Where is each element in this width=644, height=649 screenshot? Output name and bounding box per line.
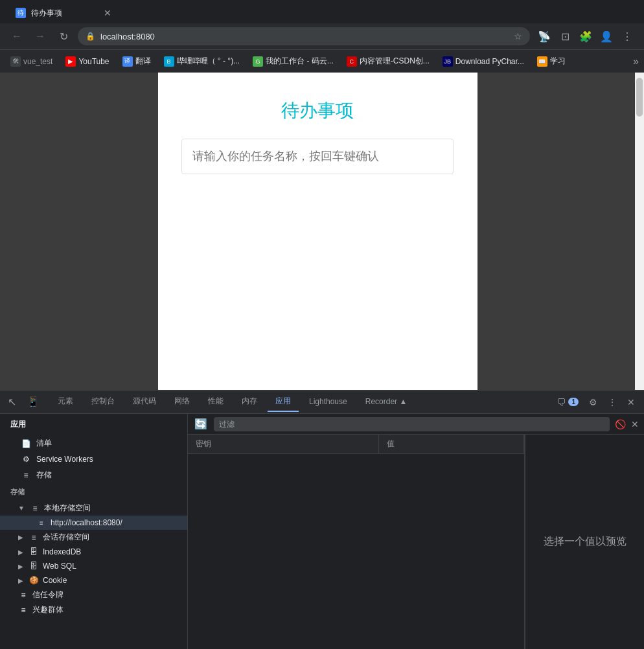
bookmark-youtube-icon: ▶ [65, 56, 76, 67]
viewport-scrollbar[interactable] [635, 73, 644, 390]
todo-title: 待办事项 [281, 98, 354, 123]
screenshot-button[interactable]: ⊡ [556, 27, 574, 45]
preview-area: 选择一个值以预览 [525, 435, 644, 649]
sidebar-local-storage-group[interactable]: ▼ ≡ 本地存储空间 [0, 501, 187, 516]
storage-overview-icon: ≡ [21, 470, 31, 481]
tab-performance[interactable]: 性能 [200, 392, 231, 412]
sidebar-item-storage-label: 存储 [36, 470, 52, 481]
bookmark-csdn-label: 内容管理-CSDN创... [360, 56, 430, 67]
indexeddb-icon: 🗄 [29, 547, 39, 557]
bookmark-devtools[interactable]: 🛠 vue_test [5, 54, 58, 69]
devtools-more-btn[interactable]: ⋮ [604, 394, 621, 410]
navigation-bar: ← → ↻ 🔒 localhost:8080 ☆ 📡 ⊡ 🧩 👤 ⋮ [0, 23, 644, 49]
bookmark-pycharm[interactable]: JB Download PyChar... [437, 54, 529, 69]
expand-arrow-cookie: ▶ [18, 577, 23, 584]
sidebar-websql-label: Web SQL [43, 562, 76, 571]
reload-button[interactable]: ↻ [54, 27, 73, 45]
sidebar-websql[interactable]: ▶ 🗄 Web SQL [0, 559, 187, 573]
sidebar-item-storage-overview[interactable]: ≡ 存储 [0, 467, 187, 483]
bookmark-devtools-label: vue_test [23, 57, 52, 66]
bookmark-study[interactable]: 📖 学习 [532, 53, 571, 69]
data-table: 密钥 值 [188, 435, 524, 454]
devtools-cursor-icon[interactable]: ↖ [5, 393, 19, 411]
tab-console[interactable]: 控制台 [84, 392, 122, 412]
session-storage-icon: ≡ [29, 532, 39, 543]
devtools-main-body: 密钥 值 选择一个值以预览 [188, 435, 644, 649]
devtools-close-btn[interactable]: ✕ [623, 394, 639, 410]
extensions-button[interactable]: 🧩 [577, 27, 595, 45]
local-storage-icon: ≡ [30, 503, 40, 514]
menu-button[interactable]: ⋮ [618, 27, 636, 45]
sidebar-cookie[interactable]: ▶ 🍪 Cookie [0, 573, 187, 587]
tab-network[interactable]: 网络 [167, 392, 198, 412]
tab-application[interactable]: 应用 [268, 392, 299, 412]
bookmark-pycharm-label: Download PyChar... [455, 57, 524, 66]
sidebar-interest-groups[interactable]: ≡ 兴趣群体 [0, 602, 187, 617]
tab-sources[interactable]: 源代码 [125, 392, 164, 412]
devtools-actions: 🗨 1 ⚙ ⋮ ✕ [553, 394, 639, 410]
bookmark-youtube[interactable]: ▶ YouTube [60, 54, 114, 69]
lock-icon: 🔒 [86, 32, 95, 41]
bookmark-bilibili[interactable]: B 哔哩哔哩（ ° - °)... [159, 53, 246, 69]
trust-tokens-icon: ≡ [18, 590, 29, 600]
sidebar-item-service-workers[interactable]: ⚙ Service Workers [0, 451, 187, 467]
devtools-panel: ↖ 📱 元素 控制台 源代码 网络 性能 内存 应用 Lighthouse Re… [0, 390, 644, 649]
sidebar-session-storage-group[interactable]: ▶ ≡ 会话存储空间 [0, 530, 187, 545]
sidebar-trust-tokens[interactable]: ≡ 信任令牌 [0, 587, 187, 602]
bookmark-youtube-label: YouTube [78, 57, 109, 66]
tab-lighthouse[interactable]: Lighthouse [301, 393, 355, 411]
sidebar-item-service-workers-label: Service Workers [36, 455, 93, 464]
manifest-icon: 📄 [21, 438, 31, 449]
tab-close-button[interactable]: ✕ [104, 8, 111, 18]
sidebar-indexeddb[interactable]: ▶ 🗄 IndexedDB [0, 545, 187, 559]
sidebar-session-storage-label: 会话存储空间 [43, 532, 89, 543]
devtools-sidebar: 应用 📄 清单 ⚙ Service Workers ≡ 存储 存储 ▼ [0, 414, 188, 649]
service-workers-icon: ⚙ [21, 454, 31, 464]
sidebar-cookie-label: Cookie [43, 576, 67, 585]
tab-recorder[interactable]: Recorder ▲ [358, 393, 415, 411]
todo-input[interactable] [181, 139, 454, 174]
bookmark-gitee[interactable]: G 我的工作台 - 码云... [247, 53, 339, 69]
filter-bar: 🔄 🚫 ✕ [188, 414, 644, 435]
filter-input[interactable] [214, 417, 610, 431]
forward-button[interactable]: → [31, 27, 49, 45]
bookmark-bilibili-icon: B [164, 56, 174, 67]
star-icon[interactable]: ☆ [514, 31, 522, 41]
filter-clear-button[interactable]: ✕ [631, 419, 639, 429]
sidebar-local-storage-item[interactable]: ≡ http://localhost:8080/ [0, 516, 187, 530]
bookmark-csdn[interactable]: C 内容管理-CSDN创... [341, 53, 435, 69]
bookmarks-more-button[interactable]: » [633, 56, 639, 67]
bookmark-gitee-icon: G [253, 56, 263, 67]
tab-favicon: 待 [16, 8, 26, 18]
bookmark-gitee-label: 我的工作台 - 码云... [266, 56, 334, 67]
filter-no-btn[interactable]: 🚫 [615, 419, 626, 429]
bookmarks-bar: 🛠 vue_test ▶ YouTube 译 翻译 B 哔哩哔哩（ ° - °)… [0, 49, 644, 73]
bookmark-bilibili-label: 哔哩哔哩（ ° - °)... [177, 56, 240, 67]
sidebar-storage-section: 存储 [0, 483, 187, 501]
active-tab[interactable]: 待 待办事项 ✕ [5, 3, 122, 23]
notification-badge: 1 [568, 398, 579, 406]
devtools-body: 应用 📄 清单 ⚙ Service Workers ≡ 存储 存储 ▼ [0, 414, 644, 649]
expand-arrow-indexed: ▶ [18, 549, 23, 556]
sidebar-item-manifest[interactable]: 📄 清单 [0, 435, 187, 451]
local-storage-url-icon: ≡ [36, 518, 47, 528]
back-button[interactable]: ← [8, 27, 26, 45]
tab-title: 待办事项 [31, 8, 98, 19]
devtools-notification-btn[interactable]: 🗨 1 [553, 394, 582, 410]
cast-button[interactable]: 📡 [535, 27, 553, 45]
tab-elements[interactable]: 元素 [50, 392, 81, 412]
profile-button[interactable]: 👤 [597, 27, 615, 45]
bookmark-csdn-icon: C [347, 56, 357, 67]
tab-memory[interactable]: 内存 [234, 392, 265, 412]
refresh-button[interactable]: 🔄 [193, 416, 209, 431]
dark-left [0, 73, 158, 390]
bookmark-study-icon: 📖 [537, 56, 547, 67]
address-bar[interactable]: 🔒 localhost:8080 ☆ [78, 27, 530, 45]
devtools-mobile-icon[interactable]: 📱 [24, 393, 42, 411]
devtools-settings-btn[interactable]: ⚙ [585, 394, 601, 410]
devtools-tool-icons: ↖ 📱 [5, 393, 42, 411]
bookmark-study-label: 学习 [550, 56, 566, 67]
bookmark-translate-icon: 译 [122, 56, 133, 67]
bookmark-translate[interactable]: 译 翻译 [117, 53, 156, 69]
bookmark-translate-label: 翻译 [135, 56, 151, 67]
